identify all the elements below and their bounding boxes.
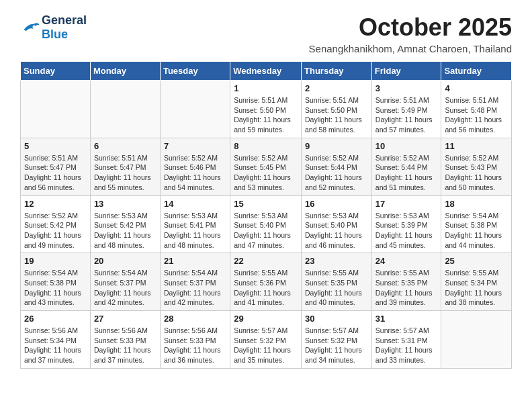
day-number: 24 — [375, 256, 438, 266]
day-number: 3 — [375, 83, 438, 93]
day-info: Sunrise: 5:51 AMSunset: 5:48 PMDaylight:… — [445, 95, 508, 135]
day-number: 1 — [234, 83, 298, 93]
day-number: 11 — [445, 141, 508, 151]
day-number: 12 — [24, 199, 87, 209]
calendar-cell: 23Sunrise: 5:55 AMSunset: 5:35 PMDayligh… — [302, 253, 372, 311]
calendar-cell: 17Sunrise: 5:53 AMSunset: 5:39 PMDayligh… — [371, 195, 441, 253]
weekday-header-monday: Monday — [90, 62, 160, 81]
day-info: Sunrise: 5:53 AMSunset: 5:42 PMDaylight:… — [94, 211, 157, 250]
calendar-cell — [160, 81, 230, 138]
day-info: Sunrise: 5:52 AMSunset: 5:42 PMDaylight:… — [24, 211, 87, 250]
day-info: Sunrise: 5:55 AMSunset: 5:35 PMDaylight:… — [305, 268, 368, 308]
week-row-5: 26Sunrise: 5:56 AMSunset: 5:34 PMDayligh… — [21, 311, 512, 369]
day-info: Sunrise: 5:52 AMSunset: 5:46 PMDaylight:… — [164, 153, 226, 193]
calendar-cell: 2Sunrise: 5:51 AMSunset: 5:50 PMDaylight… — [302, 81, 372, 138]
calendar-cell: 10Sunrise: 5:52 AMSunset: 5:44 PMDayligh… — [371, 138, 441, 195]
day-info: Sunrise: 5:55 AMSunset: 5:35 PMDaylight:… — [375, 268, 438, 308]
calendar-cell: 3Sunrise: 5:51 AMSunset: 5:49 PMDaylight… — [371, 81, 441, 138]
logo-bird-icon — [21, 20, 40, 35]
calendar-cell: 14Sunrise: 5:53 AMSunset: 5:41 PMDayligh… — [160, 195, 230, 253]
calendar-cell: 1Sunrise: 5:51 AMSunset: 5:50 PMDaylight… — [230, 81, 302, 138]
calendar-cell: 20Sunrise: 5:54 AMSunset: 5:37 PMDayligh… — [90, 253, 160, 311]
calendar-cell: 15Sunrise: 5:53 AMSunset: 5:40 PMDayligh… — [230, 195, 302, 253]
month-title: October 2025 — [309, 13, 512, 42]
day-number: 21 — [164, 256, 226, 266]
day-number: 15 — [234, 199, 298, 209]
logo-blue-text: Blue — [42, 28, 68, 41]
day-number: 25 — [445, 256, 508, 266]
day-info: Sunrise: 5:51 AMSunset: 5:49 PMDaylight:… — [375, 95, 438, 135]
calendar-cell: 8Sunrise: 5:52 AMSunset: 5:45 PMDaylight… — [230, 138, 302, 195]
day-info: Sunrise: 5:52 AMSunset: 5:44 PMDaylight:… — [305, 153, 368, 193]
calendar-cell: 28Sunrise: 5:56 AMSunset: 5:33 PMDayligh… — [160, 311, 230, 369]
day-number: 4 — [445, 83, 508, 93]
calendar-cell: 4Sunrise: 5:51 AMSunset: 5:48 PMDaylight… — [441, 81, 512, 138]
day-number: 27 — [94, 314, 157, 324]
page-header: General Blue October 2025 Senangkhanikho… — [20, 13, 512, 54]
weekday-header-thursday: Thursday — [302, 62, 372, 81]
day-number: 29 — [234, 314, 298, 324]
day-number: 26 — [24, 314, 87, 324]
day-number: 16 — [305, 199, 368, 209]
day-info: Sunrise: 5:51 AMSunset: 5:50 PMDaylight:… — [234, 95, 298, 135]
day-info: Sunrise: 5:52 AMSunset: 5:44 PMDaylight:… — [375, 153, 438, 193]
day-info: Sunrise: 5:53 AMSunset: 5:41 PMDaylight:… — [164, 211, 226, 250]
day-number: 20 — [94, 256, 157, 266]
day-number: 14 — [164, 199, 226, 209]
day-info: Sunrise: 5:51 AMSunset: 5:47 PMDaylight:… — [94, 153, 157, 193]
day-info: Sunrise: 5:54 AMSunset: 5:38 PMDaylight:… — [445, 211, 508, 250]
calendar-cell: 5Sunrise: 5:51 AMSunset: 5:47 PMDaylight… — [21, 138, 91, 195]
calendar-table: SundayMondayTuesdayWednesdayThursdayFrid… — [20, 61, 512, 369]
day-number: 17 — [375, 199, 438, 209]
calendar-cell: 19Sunrise: 5:54 AMSunset: 5:38 PMDayligh… — [21, 253, 91, 311]
logo-general-text: General — [42, 13, 87, 27]
calendar-cell: 24Sunrise: 5:55 AMSunset: 5:35 PMDayligh… — [371, 253, 441, 311]
day-number: 19 — [24, 256, 87, 266]
weekday-header-saturday: Saturday — [441, 62, 512, 81]
weekday-header-sunday: Sunday — [21, 62, 91, 81]
day-number: 31 — [375, 314, 438, 324]
day-number: 13 — [94, 199, 157, 209]
day-number: 9 — [305, 141, 368, 151]
day-number: 8 — [234, 141, 298, 151]
calendar-cell: 22Sunrise: 5:55 AMSunset: 5:36 PMDayligh… — [230, 253, 302, 311]
day-number: 22 — [234, 256, 298, 266]
day-number: 5 — [24, 141, 87, 151]
day-info: Sunrise: 5:57 AMSunset: 5:32 PMDaylight:… — [305, 326, 368, 365]
day-info: Sunrise: 5:54 AMSunset: 5:37 PMDaylight:… — [94, 268, 157, 308]
day-info: Sunrise: 5:57 AMSunset: 5:32 PMDaylight:… — [234, 326, 298, 365]
weekday-header-row: SundayMondayTuesdayWednesdayThursdayFrid… — [21, 62, 512, 81]
day-number: 23 — [305, 256, 368, 266]
logo: General Blue — [20, 13, 87, 42]
calendar-cell: 18Sunrise: 5:54 AMSunset: 5:38 PMDayligh… — [441, 195, 512, 253]
day-info: Sunrise: 5:57 AMSunset: 5:31 PMDaylight:… — [375, 326, 438, 365]
week-row-1: 1Sunrise: 5:51 AMSunset: 5:50 PMDaylight… — [21, 81, 512, 138]
day-info: Sunrise: 5:51 AMSunset: 5:50 PMDaylight:… — [305, 95, 368, 135]
day-number: 30 — [305, 314, 368, 324]
day-number: 2 — [305, 83, 368, 93]
weekday-header-tuesday: Tuesday — [160, 62, 230, 81]
day-info: Sunrise: 5:52 AMSunset: 5:43 PMDaylight:… — [445, 153, 508, 193]
day-info: Sunrise: 5:56 AMSunset: 5:33 PMDaylight:… — [94, 326, 157, 365]
day-number: 10 — [375, 141, 438, 151]
day-info: Sunrise: 5:55 AMSunset: 5:34 PMDaylight:… — [445, 268, 508, 308]
weekday-header-wednesday: Wednesday — [230, 62, 302, 81]
week-row-3: 12Sunrise: 5:52 AMSunset: 5:42 PMDayligh… — [21, 195, 512, 253]
day-info: Sunrise: 5:55 AMSunset: 5:36 PMDaylight:… — [234, 268, 298, 308]
day-info: Sunrise: 5:54 AMSunset: 5:38 PMDaylight:… — [24, 268, 87, 308]
calendar-cell: 29Sunrise: 5:57 AMSunset: 5:32 PMDayligh… — [230, 311, 302, 369]
day-info: Sunrise: 5:56 AMSunset: 5:33 PMDaylight:… — [164, 326, 226, 365]
day-number: 6 — [94, 141, 157, 151]
calendar-cell: 7Sunrise: 5:52 AMSunset: 5:46 PMDaylight… — [160, 138, 230, 195]
calendar-cell: 12Sunrise: 5:52 AMSunset: 5:42 PMDayligh… — [21, 195, 91, 253]
calendar-cell — [441, 311, 512, 369]
calendar-cell — [90, 81, 160, 138]
day-number: 18 — [445, 199, 508, 209]
day-info: Sunrise: 5:52 AMSunset: 5:45 PMDaylight:… — [234, 153, 298, 193]
day-number: 28 — [164, 314, 226, 324]
title-block: October 2025 Senangkhanikhom, Amnat Char… — [309, 13, 512, 54]
calendar-cell: 26Sunrise: 5:56 AMSunset: 5:34 PMDayligh… — [21, 311, 91, 369]
calendar-cell: 13Sunrise: 5:53 AMSunset: 5:42 PMDayligh… — [90, 195, 160, 253]
calendar-cell: 31Sunrise: 5:57 AMSunset: 5:31 PMDayligh… — [371, 311, 441, 369]
weekday-header-friday: Friday — [371, 62, 441, 81]
